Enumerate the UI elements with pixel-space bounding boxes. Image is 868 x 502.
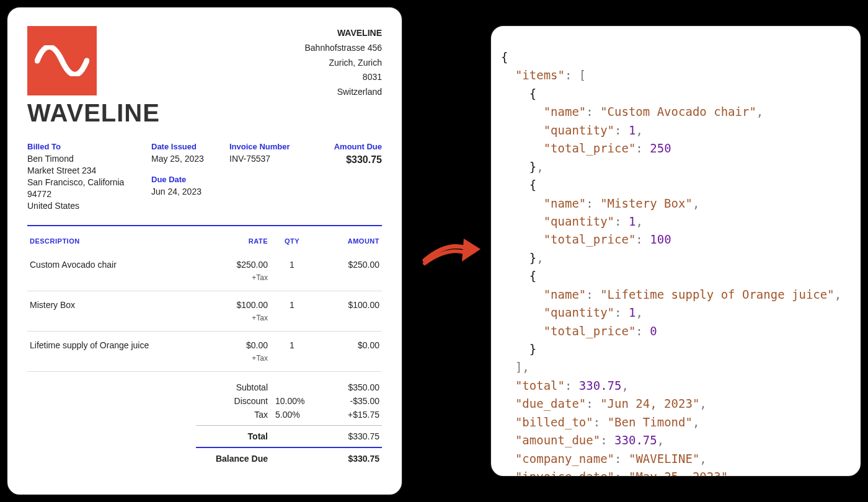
item-qty: 1 — [270, 291, 314, 314]
item-qty: 1 — [270, 251, 314, 273]
item-amount: $100.00 — [314, 291, 382, 314]
divider — [27, 225, 382, 226]
col-rate: RATE — [215, 232, 270, 251]
table-row: Mistery Box$100.001$100.00 — [27, 291, 382, 314]
company-address-line: Zurich, Zurich — [304, 56, 382, 71]
item-description: Lifetime supply of Orange juice — [27, 332, 215, 354]
company-address-line: 8031 — [304, 70, 382, 85]
date-issued-label: Date Issued — [151, 142, 219, 151]
extracted-json: { "items": [ { "name": "Custom Avocado c… — [490, 25, 862, 477]
invoice-document: WAVELINE WAVELINE Bahnhofstrasse 456 Zur… — [6, 6, 403, 496]
company-logo — [27, 26, 97, 95]
billed-to-name: Ben Timond — [27, 153, 141, 165]
balance-due-value: $330.75 — [311, 454, 379, 464]
col-amount: AMOUNT — [314, 232, 382, 251]
item-description: Mistery Box — [27, 291, 215, 314]
due-date-value: Jun 24, 2023 — [151, 186, 219, 198]
balance-due-label: Balance Due — [198, 454, 272, 464]
tax-note: +Tax — [215, 273, 270, 291]
billed-to-line: United States — [27, 200, 141, 212]
date-issued-value: May 25, 2023 — [151, 153, 219, 165]
tax-note-row: +Tax — [27, 354, 382, 372]
billed-to-label: Billed To — [27, 142, 141, 151]
tax-note-row: +Tax — [27, 314, 382, 332]
company-address: WAVELINE Bahnhofstrasse 456 Zurich, Zuri… — [304, 26, 382, 127]
table-row: Lifetime supply of Orange juice$0.001$0.… — [27, 332, 382, 354]
billed-to-line: Market Street 234 — [27, 165, 141, 177]
item-rate: $100.00 — [215, 291, 270, 314]
tax-note-row: +Tax — [27, 273, 382, 291]
due-date-label: Due Date — [151, 175, 219, 184]
item-rate: $250.00 — [215, 251, 270, 273]
item-description: Custom Avocado chair — [27, 251, 215, 273]
total-label: Total — [198, 431, 272, 441]
item-qty: 1 — [270, 332, 314, 354]
company-name: WAVELINE — [304, 26, 382, 41]
discount-pct: 10.00% — [272, 396, 311, 406]
total-value: $330.75 — [311, 431, 379, 441]
invoice-number-block: Invoice Number INV-75537 — [229, 142, 310, 211]
company-logo-block: WAVELINE — [27, 26, 160, 127]
amount-due-value: $330.75 — [320, 153, 382, 167]
billed-to-line: 94772 — [27, 188, 141, 200]
subtotal-label: Subtotal — [198, 382, 272, 392]
line-items-table: DESCRIPTION RATE QTY AMOUNT Custom Avoca… — [27, 232, 382, 372]
discount-value: -$35.00 — [311, 396, 379, 406]
tax-pct: 5.00% — [272, 410, 311, 420]
tax-label: Tax — [198, 410, 272, 420]
tax-value: +$15.75 — [311, 410, 379, 420]
tax-note: +Tax — [215, 314, 270, 332]
item-amount: $250.00 — [314, 251, 382, 273]
wave-icon — [35, 45, 89, 76]
item-rate: $0.00 — [215, 332, 270, 354]
discount-label: Discount — [198, 396, 272, 406]
subtotal-value: $350.00 — [311, 382, 379, 392]
col-description: DESCRIPTION — [27, 232, 215, 251]
arrow-icon — [422, 229, 484, 273]
totals-block: Subtotal $350.00 Discount 10.00% -$35.00… — [196, 381, 382, 465]
tax-note: +Tax — [215, 354, 270, 372]
company-address-line: Bahnhofstrasse 456 — [304, 41, 382, 56]
invoice-number-value: INV-75537 — [229, 153, 310, 165]
amount-due-block: Amount Due $330.75 — [320, 142, 382, 211]
company-wordmark: WAVELINE — [27, 99, 160, 127]
table-row: Custom Avocado chair$250.001$250.00 — [27, 251, 382, 273]
amount-due-label: Amount Due — [320, 142, 382, 151]
invoice-number-label: Invoice Number — [229, 142, 310, 151]
date-issued-block: Date Issued May 25, 2023 Due Date Jun 24… — [151, 142, 219, 211]
billed-to-block: Billed To Ben Timond Market Street 234 S… — [27, 142, 141, 211]
col-qty: QTY — [270, 232, 314, 251]
item-amount: $0.00 — [314, 332, 382, 354]
company-address-line: Switzerland — [304, 85, 382, 100]
billed-to-line: San Francisco, California — [27, 177, 141, 188]
